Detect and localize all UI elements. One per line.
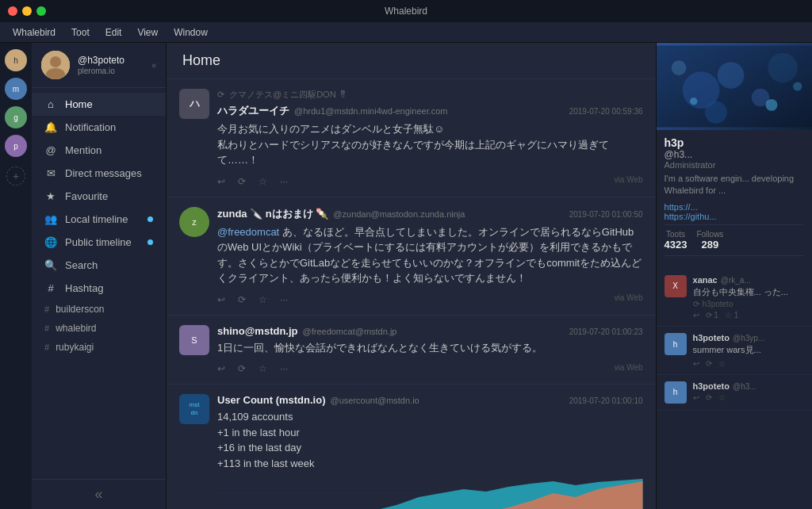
toot-1-time: 2019-07-20 00:59:36 (569, 107, 643, 116)
column-title: Home (182, 52, 640, 69)
toot-2-mention[interactable]: @freedomcat (217, 226, 279, 238)
home-column: Home ハ ⟳ クマノテス@ミニ四駆DON 🎖 ハラダユーイチ @hrdu1@… (167, 43, 657, 509)
menu-view[interactable]: View (131, 25, 164, 40)
nav-direct[interactable]: ✉ Direct messages (32, 162, 166, 185)
titlebar: Whalebird (0, 0, 812, 22)
hashtag-rubykaigi[interactable]: # rubykaigi (32, 338, 166, 357)
toot-2-content: @freedomcat あ、なるほど。早合点してしまいました。オンラインで居られ… (217, 224, 643, 286)
mini-content-2: summer wars見... (693, 344, 804, 356)
nav-direct-label: Direct messages (65, 167, 142, 179)
nav-home-label: Home (65, 98, 93, 110)
toot-4-name: User Count (mstdn.io) (217, 394, 326, 406)
rt-handle-m1: h3poteto (703, 300, 733, 308)
mini-handle-1: @rk_a... (721, 276, 751, 285)
mini-boost-2[interactable]: ⟳ (706, 359, 712, 368)
mini-header-3: h3poteto @h3... (693, 381, 804, 391)
menu-edit[interactable]: Edit (99, 25, 128, 40)
menu-window[interactable]: Window (167, 25, 214, 40)
boost-button-3[interactable]: ⟳ (238, 363, 246, 374)
boost-button-2[interactable]: ⟳ (238, 294, 246, 305)
more-button-3[interactable]: ··· (280, 363, 288, 374)
svg-point-12 (671, 60, 686, 75)
toot-1-content: 今月お気に入りのアニメはダンベルと女子無駄☺ 私わりとハードでシリアスなのが好き… (217, 121, 643, 168)
fav-button-3[interactable]: ☆ (259, 363, 267, 374)
mini-name-2: h3poteto (693, 333, 730, 343)
mini-fav-1[interactable]: ☆ 1 (725, 311, 738, 320)
timeline: ハ ⟳ クマノテス@ミニ四駆DON 🎖 ハラダユーイチ @hrdu1@mstdn… (167, 79, 656, 509)
hashtag-whalebird[interactable]: # whalebird (32, 319, 166, 338)
stat-follows-value: 289 (696, 239, 723, 251)
mini-avatar-2: h (665, 333, 687, 355)
toot-1-rt: ⟳ クマノテス@ミニ四駆DON 🎖 (217, 89, 643, 101)
hashtag-builderscon[interactable]: # builderscon (32, 300, 166, 319)
fav-button-2[interactable]: ☆ (259, 294, 267, 305)
nav-notification-label: Notification (65, 121, 116, 133)
sidebar-username: @h3poteto (78, 55, 124, 67)
mini-reply-1[interactable]: ↩ (693, 311, 699, 320)
profile-panel: h3p @h3... Administrator I'm a software … (657, 43, 812, 509)
rt-handle-1: クマノテス@ミニ四駆DON 🎖 (229, 89, 347, 101)
add-account-button[interactable]: + (6, 166, 25, 186)
toot-2-header: zunda 🔪 nはおまけ 🍡 @zundan@mastodon.zunda.n… (217, 207, 643, 221)
mini-avatar-3: h (665, 381, 687, 404)
toot-2-actions: ↩ ⟳ ☆ ··· (217, 294, 288, 305)
nav-notification[interactable]: 🔔 Notification (32, 116, 166, 139)
toot-1-name: ハラダユーイチ (217, 104, 289, 118)
account-avatar-4[interactable]: p (5, 135, 27, 157)
boost-button-1[interactable]: ⟳ (238, 176, 246, 187)
mini-fav-2[interactable]: ☆ (718, 359, 726, 368)
collapse-sidebar-button[interactable]: « (94, 486, 102, 503)
mini-boost-1[interactable]: ⟳ 1 (706, 311, 718, 320)
maximize-button[interactable] (36, 6, 46, 16)
at-icon: @ (44, 144, 57, 156)
mini-reply-3[interactable]: ↩ (693, 393, 699, 402)
reply-button-3[interactable]: ↩ (217, 363, 225, 374)
profile-url-2[interactable]: https://githu... (665, 212, 804, 221)
nav-favourite-label: Favourite (65, 190, 108, 202)
reply-button-2[interactable]: ↩ (217, 294, 225, 305)
stat-toots-value: 4323 (665, 239, 688, 251)
menu-whalebird[interactable]: Whalebird (6, 25, 62, 40)
sidebar-collapse-icon[interactable]: « (151, 61, 156, 70)
sidebar: h m g p + @h3poteto pleroma.io (0, 43, 167, 509)
minimize-button[interactable] (22, 6, 32, 16)
profile-url-1[interactable]: https://... (665, 202, 804, 212)
nav-home[interactable]: ⌂ Home (32, 93, 166, 116)
more-button-2[interactable]: ··· (280, 294, 288, 305)
nav-hashtag[interactable]: # Hashtag (32, 277, 166, 300)
toot-4-handle: @usercount@mstdn.io (331, 396, 565, 405)
svg-point-10 (704, 101, 726, 124)
more-button-1[interactable]: ··· (280, 176, 288, 187)
toot-4: mstdn User Count (mstdn.io) @usercount@m… (167, 385, 656, 509)
profile-background (657, 43, 812, 130)
close-button[interactable] (8, 6, 17, 16)
sidebar-user-avatar[interactable] (41, 51, 70, 79)
nav-search[interactable]: 🔍 Search (32, 254, 166, 277)
mini-fav-3[interactable]: ☆ (718, 393, 726, 402)
mail-icon: ✉ (44, 167, 57, 179)
account-avatar-3[interactable]: g (5, 106, 27, 128)
account-avatar-1[interactable]: h (5, 49, 27, 71)
hash-prefix-3: # (44, 343, 49, 352)
reply-button-1[interactable]: ↩ (217, 176, 225, 187)
nav-mention[interactable]: @ Mention (32, 139, 166, 162)
toot-2-time: 2019-07-20 01:00:50 (569, 210, 643, 219)
toot-3-handle: @freedomcat@mstdn.jp (303, 327, 565, 336)
nav-favourite[interactable]: ★ Favourite (32, 185, 166, 208)
nav-local[interactable]: 👥 Local timeline (32, 208, 166, 231)
menu-toot[interactable]: Toot (65, 25, 96, 40)
toot-3-via: via Web (615, 363, 643, 372)
toot-1-footer: ↩ ⟳ ☆ ··· via Web (217, 173, 643, 187)
home-icon: ⌂ (44, 98, 57, 110)
toot-1-avatar: ハ (179, 89, 209, 119)
mini-header-1: xanac @rk_a... (693, 275, 804, 285)
rt-icon-m1: ⟳ (693, 300, 699, 308)
mini-body-1: xanac @rk_a... 自分も中央集権... った... ⟳ h3pote… (693, 275, 804, 320)
mini-reply-2[interactable]: ↩ (693, 359, 699, 368)
mini-boost-3[interactable]: ⟳ (706, 393, 712, 402)
fav-button-1[interactable]: ☆ (259, 176, 267, 187)
account-avatar-2[interactable]: m (5, 78, 27, 100)
nav-local-label: Local timeline (65, 213, 128, 225)
toot-3-name: shino@mstdn.jp (217, 325, 298, 337)
nav-public[interactable]: 🌐 Public timeline (32, 231, 166, 254)
